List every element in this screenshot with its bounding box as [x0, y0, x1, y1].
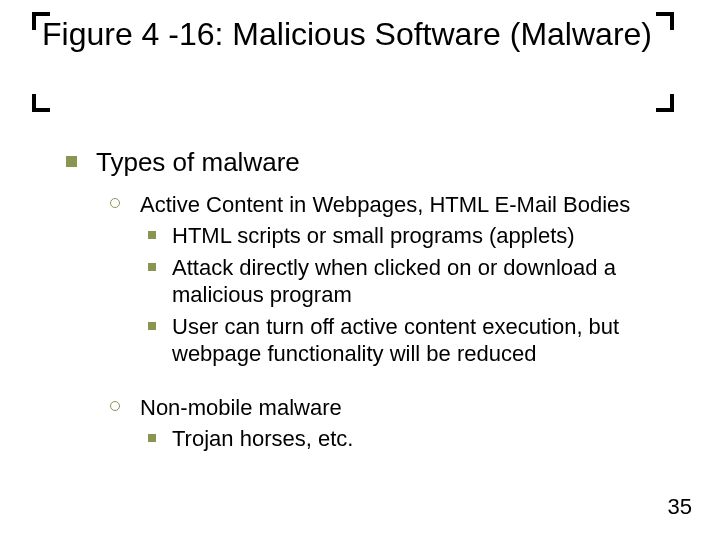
bullet-level3: HTML scripts or small programs (applets) [140, 222, 668, 250]
title-bracket-corner [32, 94, 50, 112]
bullet-level2: Active Content in Webpages, HTML E-Mail … [104, 191, 668, 219]
page-number: 35 [668, 494, 692, 520]
slide: Figure 4 -16: Malicious Software (Malwar… [0, 0, 720, 540]
bullet-level3: Trojan horses, etc. [140, 425, 668, 453]
bullet-level3: Attack directly when clicked on or downl… [140, 254, 668, 309]
slide-body: Types of malware Active Content in Webpa… [58, 146, 668, 453]
title-bracket-corner [656, 94, 674, 112]
bullet-level1: Types of malware [58, 146, 668, 179]
bullet-level3: User can turn off active content executi… [140, 313, 668, 368]
title-container: Figure 4 -16: Malicious Software (Malwar… [42, 16, 662, 53]
bullet-level2: Non-mobile malware [104, 394, 668, 422]
slide-title: Figure 4 -16: Malicious Software (Malwar… [42, 16, 662, 53]
spacer [58, 368, 668, 386]
